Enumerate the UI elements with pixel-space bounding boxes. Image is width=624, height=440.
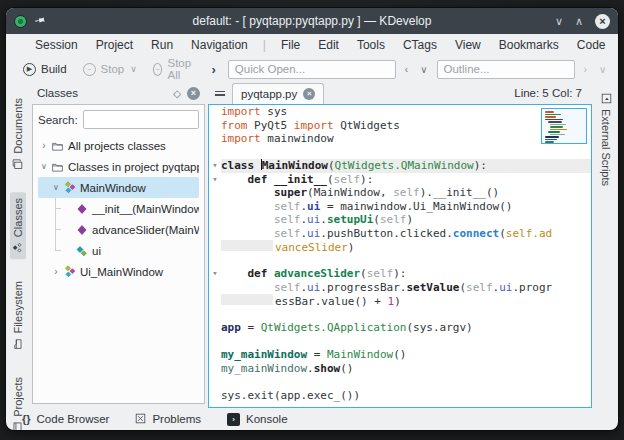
bottom-tab-label: Konsole: [246, 413, 288, 425]
menu-edit[interactable]: Edit: [309, 38, 348, 52]
code-line[interactable]: my_mainWindow.show(): [209, 362, 591, 376]
code-line-content: self.ui.progressBar.setValue(self.ui.pro…: [221, 281, 591, 295]
sidebar-tab-projects[interactable]: Projects: [10, 371, 26, 430]
code-line[interactable]: [209, 335, 591, 349]
tree-item[interactable]: ∨MainWindow: [38, 177, 199, 198]
expanded-expander-icon[interactable]: ∨: [38, 162, 50, 171]
fold-arrow-icon[interactable]: ▾: [209, 173, 221, 187]
maximize-button[interactable]: ∧: [575, 16, 583, 27]
expanded-expander-icon[interactable]: ∨: [50, 183, 62, 192]
code-line[interactable]: [209, 146, 591, 160]
build-button[interactable]: ▶ Build: [18, 61, 72, 78]
code-line[interactable]: app = QtWidgets.QApplication(sys.argv): [209, 321, 591, 335]
bottom-tab-konsole[interactable]: ›Konsole: [227, 412, 288, 426]
menu-navigation[interactable]: Navigation: [182, 38, 257, 52]
session-menus: SessionProjectRunNavigation: [26, 38, 257, 52]
tab-close-icon[interactable]: ×: [303, 88, 315, 100]
menu-session[interactable]: Session: [26, 38, 87, 52]
fold-arrow-icon[interactable]: ▾: [209, 159, 221, 173]
tree-item[interactable]: advanceSlider(MainWindow): [38, 219, 199, 240]
code-line[interactable]: self.ui.setupUi(self): [209, 213, 591, 227]
menu-run[interactable]: Run: [142, 38, 182, 52]
code-line[interactable]: [209, 375, 591, 389]
code-token: [221, 213, 274, 226]
code-line[interactable]: import mainwindow: [209, 132, 591, 146]
menu-bookmarks[interactable]: Bookmarks: [490, 38, 568, 52]
code-line[interactable]: ▾class MainWindow(QtWidgets.QMainWindow)…: [209, 159, 591, 173]
quick-open-dropdown-icon[interactable]: ∨: [417, 64, 430, 75]
pin-icon[interactable]: [32, 13, 47, 29]
tree-item[interactable]: ui: [38, 240, 199, 261]
fold-arrow-icon[interactable]: ▾: [209, 267, 221, 281]
tab-pyqtapp[interactable]: pyqtapp.py ×: [232, 83, 324, 104]
document-list-icon[interactable]: [215, 91, 225, 96]
gutter: [209, 335, 221, 349]
code-line-content: app = QtWidgets.QApplication(sys.argv): [221, 321, 591, 335]
collapsed-expander-icon[interactable]: ›: [50, 266, 62, 277]
code-line[interactable]: my_mainWindow = MainWindow(): [209, 348, 591, 362]
detach-diamond-icon[interactable]: ◇: [173, 88, 181, 99]
sidebar-tab-filesystem[interactable]: Filesystem: [10, 275, 26, 356]
collapsed-expander-icon[interactable]: ›: [38, 140, 50, 151]
code-line-content: self.ui.setupUi(self): [221, 213, 591, 227]
code-token: vanceSlider: [275, 241, 348, 254]
menu-code[interactable]: Code: [568, 38, 615, 52]
stop-button[interactable]: − Stop ∨: [78, 61, 142, 78]
code-line[interactable]: self.ui.pushButton.clicked.connect(self.…: [209, 227, 591, 241]
code-line[interactable]: ▾ def advanceSlider(self):: [209, 267, 591, 281]
window-title: default: - [ pyqtapp:pyqtapp.py ] — KDev…: [164, 14, 460, 28]
sidebar-tab-documents[interactable]: Documents: [10, 92, 26, 176]
code-line[interactable]: essBar.value() + 1): [209, 294, 591, 308]
menu-view[interactable]: View: [446, 38, 490, 52]
stop-all-button[interactable]: − Stop All: [148, 55, 200, 83]
code-token: ): [406, 213, 413, 226]
dock-close-icon[interactable]: ×: [187, 87, 200, 100]
code-line[interactable]: sys.exit(app.exec_()): [209, 389, 591, 403]
scrollbar-minimap[interactable]: [541, 108, 587, 144]
title-bar[interactable]: default: - [ pyqtapp:pyqtapp.py ] — KDev…: [6, 8, 618, 34]
bottom-tab-problems[interactable]: Problems: [135, 413, 201, 426]
history-back-chevron-icon[interactable]: ‹: [402, 64, 411, 75]
minimize-button[interactable]: ∨: [555, 16, 563, 27]
menu-project[interactable]: Project: [87, 38, 142, 52]
code-editor[interactable]: import sysfrom PyQt5 import QtWidgetsimp…: [208, 104, 592, 408]
code-line[interactable]: from PyQt5 import QtWidgets: [209, 119, 591, 133]
code-line[interactable]: ▾ def __init__(self):: [209, 173, 591, 187]
tree-item[interactable]: ›Ui_MainWindow: [38, 261, 199, 282]
code-token: (: [373, 213, 380, 226]
code-token: setValue: [406, 281, 459, 294]
outline-dropdown-icon[interactable]: ∨: [596, 64, 609, 75]
code-token: my_mainWindow: [221, 348, 307, 361]
code-line[interactable]: super(MainWindow, self).__init__(): [209, 186, 591, 200]
minimap-bar: [550, 124, 566, 126]
code-line[interactable]: self.ui.progressBar.setValue(self.ui.pro…: [209, 281, 591, 295]
outline-forward-chevron-icon[interactable]: ›: [581, 64, 590, 75]
sidebar-tab-external-scripts[interactable]: External Scripts: [598, 88, 614, 191]
code-line[interactable]: vanceSlider): [209, 240, 591, 254]
quick-open-input[interactable]: [228, 60, 396, 79]
code-line[interactable]: import sys: [209, 105, 591, 119]
code-line-content: [221, 146, 591, 160]
close-button[interactable]: ×: [595, 14, 610, 29]
code-line[interactable]: [209, 308, 591, 322]
sidebar-tab-classes[interactable]: Classes: [10, 192, 26, 259]
minimap-bar: [550, 129, 567, 131]
gutter: [209, 227, 221, 241]
toolbar-overflow-chevron[interactable]: ›: [206, 62, 222, 77]
code-line[interactable]: self.ui = mainwindow.Ui_MainWindow(): [209, 200, 591, 214]
class-search-input[interactable]: [83, 110, 199, 129]
bottom-tab-code-browser[interactable]: {}Code Browser: [22, 413, 109, 425]
menu-tools[interactable]: Tools: [348, 38, 394, 52]
tree-item[interactable]: __init__(MainWindow): [38, 198, 199, 219]
code-line[interactable]: [209, 254, 591, 268]
tree-item[interactable]: ›All projects classes: [38, 135, 199, 156]
menu-ctags[interactable]: CTags: [394, 38, 446, 52]
wrap-indent-marker: [221, 294, 273, 305]
bottom-tab-label: Code Browser: [37, 413, 110, 425]
tree-item[interactable]: ∨Classes in project pyqtapp: [38, 156, 199, 177]
outline-input[interactable]: [437, 60, 575, 79]
menu-separator: |: [257, 38, 272, 52]
menu-file[interactable]: File: [272, 38, 309, 52]
sidebar-tab-label: Classes: [12, 198, 24, 237]
code-token: show: [314, 362, 341, 375]
